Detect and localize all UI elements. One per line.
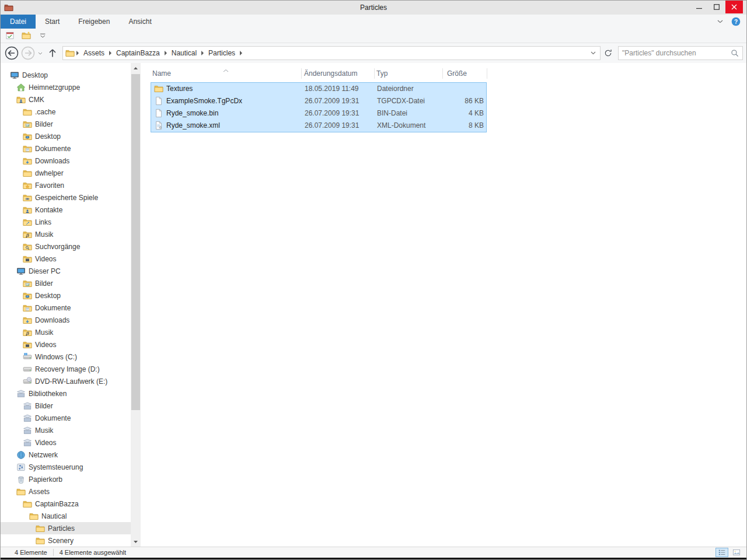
- file-date: 18.05.2019 11:49: [305, 83, 359, 95]
- tree-item-dieser-pc[interactable]: Dieser PC: [1, 265, 131, 277]
- thumbnails-view-button[interactable]: [730, 548, 743, 557]
- tree-item-downloads[interactable]: Downloads: [1, 155, 131, 167]
- tree-item-videos[interactable]: Videos: [1, 253, 131, 265]
- tree-item-nautical[interactable]: Nautical: [1, 510, 131, 522]
- address-bar[interactable]: AssetsCaptainBazzaNauticalParticles: [62, 46, 601, 60]
- column-header-name[interactable]: Name: [152, 69, 171, 78]
- file-row-ryde-smoke-bin[interactable]: Ryde_smoke.bin26.07.2009 19:31BIN-Datei4…: [151, 107, 486, 120]
- tree-item-desktop[interactable]: Desktop: [1, 289, 131, 302]
- column-header: NameÄnderungsdatumTypGröße: [141, 65, 742, 80]
- tree-item-assets[interactable]: Assets: [1, 485, 131, 498]
- tree-item-label: CMK: [29, 96, 44, 104]
- tree-item-musik[interactable]: Musik: [1, 326, 131, 338]
- tree-item-desktop[interactable]: Desktop: [1, 69, 131, 81]
- file-row-textures[interactable]: Textures18.05.2019 11:49Dateiordner: [151, 83, 486, 95]
- search-input[interactable]: [619, 49, 731, 57]
- scroll-up-button[interactable]: [131, 63, 141, 73]
- tab-datei[interactable]: Datei: [1, 15, 36, 29]
- tree-item-dokumente[interactable]: Dokumente: [1, 302, 131, 314]
- breadcrumb-item-captainbazza[interactable]: CaptainBazza: [113, 47, 163, 60]
- qat-properties-icon[interactable]: [4, 30, 16, 41]
- breadcrumb-chevron-icon[interactable]: [109, 51, 111, 55]
- tab-start[interactable]: Start: [36, 15, 69, 29]
- maximize-button[interactable]: [708, 1, 725, 13]
- close-button[interactable]: [725, 1, 743, 13]
- column-header-date[interactable]: Änderungsdatum: [304, 69, 357, 78]
- tree-item-systemsteuerung[interactable]: Systemsteuerung: [1, 461, 131, 473]
- tree-item-heimnetzgruppe[interactable]: Heimnetzgruppe: [1, 81, 131, 93]
- tab-freigeben[interactable]: Freigeben: [69, 15, 119, 29]
- address-dropdown-icon[interactable]: [591, 51, 596, 55]
- bottom-edge-strip: [1, 558, 746, 559]
- search-icon[interactable]: [731, 49, 739, 57]
- breadcrumb-chevron-icon[interactable]: [201, 51, 204, 55]
- column-header-size[interactable]: Größe: [447, 69, 467, 78]
- column-header-type[interactable]: Typ: [376, 69, 388, 78]
- file-name: Textures: [166, 83, 193, 95]
- scrollbar[interactable]: [131, 63, 141, 547]
- tree-item-videos[interactable]: Videos: [1, 436, 131, 449]
- refresh-icon[interactable]: [604, 49, 612, 57]
- tree-item-dwhelper[interactable]: dwhelper: [1, 167, 131, 179]
- tree-item-gespeicherte-spiele[interactable]: Gespeicherte Spiele: [1, 191, 131, 204]
- tree-item-cmk[interactable]: CMK: [1, 93, 131, 106]
- tree-item-label: Bilder: [35, 279, 53, 288]
- tree-item-bilder[interactable]: Bilder: [1, 400, 131, 412]
- tree-item-papierkorb[interactable]: Papierkorb: [1, 473, 131, 485]
- breadcrumb-chevron-icon[interactable]: [240, 51, 242, 55]
- tree-item-dokumente[interactable]: Dokumente: [1, 142, 131, 155]
- tree-item-scenery[interactable]: Scenery: [1, 534, 131, 547]
- tree-item-suchvorg-nge[interactable]: Suchvorgänge: [1, 240, 131, 253]
- column-separator[interactable]: [442, 68, 443, 79]
- tree-item-bilder[interactable]: Bilder: [1, 118, 131, 130]
- back-button[interactable]: [4, 46, 19, 61]
- tree-item-label: Musik: [35, 426, 53, 435]
- details-view-button[interactable]: [715, 548, 728, 557]
- folder-contacts-icon: [23, 205, 32, 215]
- tree-item-windows-c[interactable]: Windows (C:): [1, 351, 131, 363]
- tree-item-links[interactable]: Links: [1, 216, 131, 228]
- folder-pictures-icon: [23, 279, 32, 288]
- tree-item-desktop[interactable]: Desktop: [1, 130, 131, 142]
- column-separator[interactable]: [374, 68, 375, 79]
- tree-item-particles[interactable]: Particles: [1, 522, 131, 534]
- qat-new-folder-icon[interactable]: [20, 30, 32, 41]
- tree-item-dokumente[interactable]: Dokumente: [1, 412, 131, 424]
- tab-ansicht[interactable]: Ansicht: [119, 15, 160, 29]
- history-dropdown-icon[interactable]: [37, 46, 44, 61]
- scroll-down-button[interactable]: [131, 537, 141, 547]
- tree-item-musik[interactable]: Musik: [1, 424, 131, 436]
- file-row-examplesmoke-tgpcdx[interactable]: ExampleSmoke.TgPcDx26.07.2009 19:31TGPCD…: [151, 95, 486, 107]
- tree-item-downloads[interactable]: Downloads: [1, 314, 131, 326]
- column-separator[interactable]: [301, 68, 302, 79]
- ribbon-collapse-icon[interactable]: [717, 20, 723, 23]
- tree-item-favoriten[interactable]: Favoriten: [1, 179, 131, 191]
- folder-videos-icon: [23, 254, 32, 264]
- tree-item-recovery-image-d[interactable]: Recovery Image (D:): [1, 363, 131, 375]
- breadcrumb-chevron-icon[interactable]: [165, 51, 167, 55]
- tree-item-bilder[interactable]: Bilder: [1, 277, 131, 289]
- tree-item-bibliotheken[interactable]: Bibliotheken: [1, 387, 131, 400]
- breadcrumb-item-assets[interactable]: Assets: [81, 47, 107, 60]
- qat-customize-icon[interactable]: [37, 30, 48, 41]
- tree-item-cache[interactable]: .cache: [1, 106, 131, 118]
- navigation-pane: DesktopHeimnetzgruppeCMK.cacheBilderDesk…: [1, 63, 141, 547]
- folder-favorites-icon: [23, 181, 32, 190]
- tree-item-dvd-rw-laufwerk-e[interactable]: DVD-RW-Laufwerk (E:): [1, 375, 131, 387]
- tree-item-captainbazza[interactable]: CaptainBazza: [1, 498, 131, 510]
- file-row-ryde-smoke-xml[interactable]: Ryde_smoke.xml26.07.2009 19:31XML-Dokume…: [151, 120, 486, 132]
- tree-item-musik[interactable]: Musik: [1, 228, 131, 240]
- breadcrumb-chevron-icon[interactable]: [76, 51, 79, 55]
- up-button[interactable]: [46, 46, 59, 61]
- tree-item-kontakte[interactable]: Kontakte: [1, 204, 131, 216]
- tree-item-netzwerk[interactable]: Netzwerk: [1, 449, 131, 461]
- minimize-button[interactable]: [690, 1, 708, 13]
- scroll-thumb[interactable]: [131, 74, 140, 410]
- breadcrumb-item-nautical[interactable]: Nautical: [169, 47, 200, 60]
- help-icon[interactable]: ?: [731, 17, 741, 26]
- forward-button[interactable]: [20, 46, 36, 61]
- breadcrumb-item-particles[interactable]: Particles: [205, 47, 238, 60]
- tree-item-videos[interactable]: Videos: [1, 338, 131, 351]
- column-separator[interactable]: [487, 68, 487, 79]
- file-date: 26.07.2009 19:31: [305, 120, 359, 132]
